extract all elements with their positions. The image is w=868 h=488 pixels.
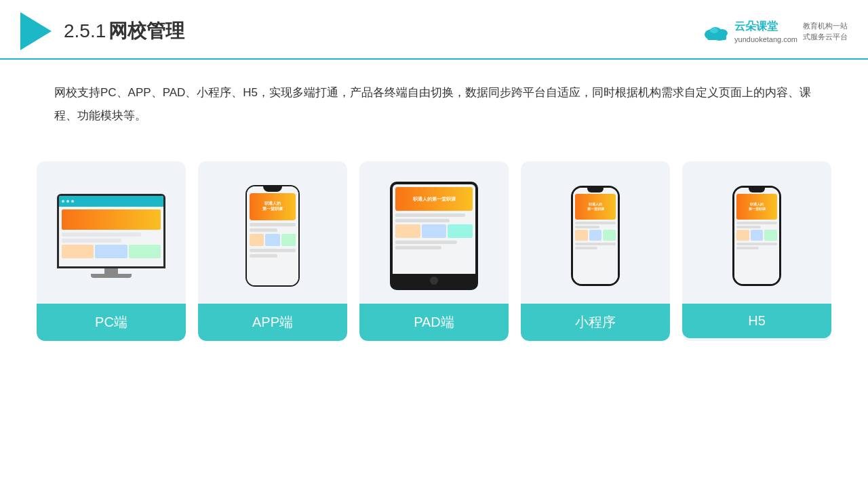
app-image-area: 职通人的第一堂职课 [198,161,347,304]
miniprogram-card: 职通人的第一堂职课 [521,161,670,341]
brand-area: 云朵课堂 yunduoketang.com 教育机构一站 式服务云平台 [702,20,848,43]
pc-card: PC端 [37,161,186,341]
miniprogram-label: 小程序 [521,304,670,341]
tablet-screen: 职通人的第一堂职课 [393,184,475,274]
pc-mockup [57,194,165,278]
h5-card: 职通人的第一堂职课 [682,161,831,341]
phone-body: 职通人的第一堂职课 [245,185,300,287]
pc-image-area [37,161,186,304]
brand-name: 云朵课堂 [734,20,797,34]
h5-phone-mockup: 职通人的第一堂职课 [732,186,781,286]
svg-rect-4 [707,33,726,40]
tablet-mockup: 职通人的第一堂职课 [390,182,478,290]
h5-label: H5 [682,304,831,338]
pad-label: PAD端 [359,304,509,341]
page-title: 2.5.1网校管理 [64,18,184,44]
phone-screen: 职通人的第一堂职课 [247,186,298,285]
h5-phone-body: 职通人的第一堂职课 [732,186,781,286]
tablet-home-button [430,277,438,285]
mini-phone-screen: 职通人的第一堂职课 [573,188,618,284]
miniprogram-phone-mockup: 职通人的第一堂职课 [571,186,620,286]
play-triangle-icon [20,12,52,50]
pc-screen [57,194,165,268]
header-left: 2.5.1网校管理 [20,12,184,50]
h5-phone-notch [749,188,765,192]
cloud-icon [702,21,730,41]
phone-notch [263,186,282,192]
description-text: 网校支持PC、APP、PAD、小程序、H5，实现多端打通，产品各终端自由切换，数… [0,60,868,138]
phone-mockup: 职通人的第一堂职课 [245,185,300,287]
h5-image-area: 职通人的第一堂职课 [682,161,831,304]
pad-card: 职通人的第一堂职课 PAD端 [359,161,509,341]
h5-phone-screen: 职通人的第一堂职课 [734,188,779,284]
app-label: APP端 [198,304,347,341]
page-header: 2.5.1网校管理 云朵课堂 yunduoketang.com 教育机构一站 式… [0,0,868,60]
mini-phone-body: 职通人的第一堂职课 [571,186,620,286]
tablet-body: 职通人的第一堂职课 [390,182,478,290]
brand-tagline: 教育机构一站 式服务云平台 [803,20,848,43]
device-cards-section: PC端 职通人的第一堂职课 [0,145,868,361]
mini-phone-notch [587,188,604,192]
miniprogram-image-area: 职通人的第一堂职课 [521,161,670,304]
brand-url: yunduoketang.com [734,35,797,43]
pad-image-area: 职通人的第一堂职课 [359,161,509,304]
pc-label: PC端 [37,304,186,341]
brand-logo: 云朵课堂 yunduoketang.com 教育机构一站 式服务云平台 [702,20,848,43]
svg-point-5 [710,28,718,33]
app-card: 职通人的第一堂职课 [198,161,347,341]
